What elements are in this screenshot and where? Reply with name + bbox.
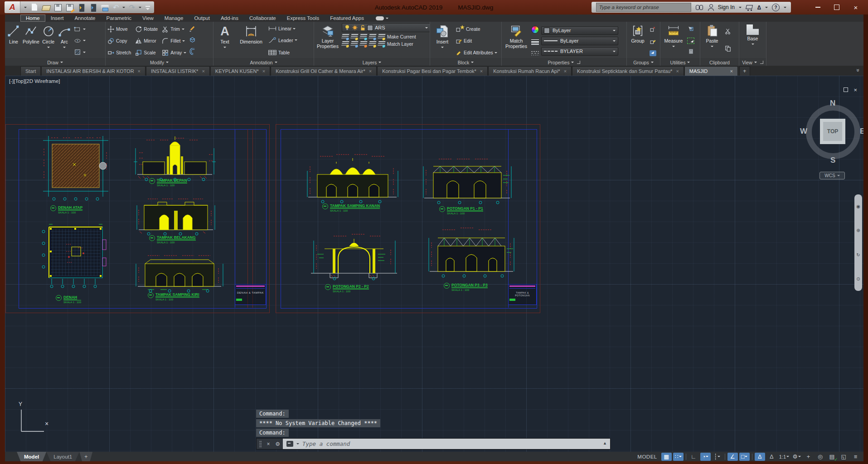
ribbon-tab-express-tools[interactable]: Express Tools	[281, 14, 325, 22]
stretch-button[interactable]: Stretch	[107, 47, 131, 58]
statusbar-workspace-switching[interactable]: ⚙	[791, 453, 802, 461]
nav-zoom-icon[interactable]: ⊙	[856, 276, 860, 281]
file-tab[interactable]: Start	[20, 66, 41, 76]
layer-unisolate-icon[interactable]	[341, 41, 349, 47]
command-customize-icon[interactable]: ⚙	[275, 441, 280, 447]
panel-label-layers[interactable]: Layers	[314, 58, 430, 66]
mirror-button[interactable]: Mirror	[135, 35, 158, 47]
table-button[interactable]: Table	[268, 49, 297, 56]
new-file-icon[interactable]	[30, 3, 39, 12]
erase-button[interactable]	[189, 25, 196, 34]
match-properties-button[interactable]: Match Properties	[504, 23, 529, 58]
scale-button[interactable]: Scale	[135, 47, 158, 58]
close-tab-icon[interactable]: ×	[676, 68, 679, 74]
sign-in-button[interactable]: Sign In	[718, 4, 735, 10]
viewcube-top-face[interactable]: TOP	[820, 119, 845, 144]
file-tab[interactable]: Konstruksi Grill Oil Cather & Menara Air…	[271, 66, 377, 76]
redo-icon[interactable]: ↷	[129, 3, 135, 12]
ribbon-tab-add-ins[interactable]: Add-ins	[215, 14, 244, 22]
layout1-tab[interactable]: Layout1	[46, 452, 79, 461]
statusbar-annotation-scale[interactable]: 1:1	[778, 453, 790, 461]
ribbon-tab-home[interactable]: Home	[20, 14, 45, 22]
text-caret-icon[interactable]	[223, 47, 226, 49]
wcs-selector[interactable]: WCS	[820, 172, 845, 179]
close-tab-icon[interactable]: ×	[369, 68, 372, 74]
customize-qat-icon[interactable]	[145, 3, 150, 12]
nav-pan-icon[interactable]: ⊕	[856, 228, 860, 233]
ribbon-tab-view[interactable]: View	[137, 14, 159, 22]
nav-wheel-icon[interactable]: ◉	[856, 204, 860, 209]
statusbar-object-snap[interactable]: □	[739, 453, 750, 461]
statusbar-object-snap-tracking[interactable]: ∠	[727, 453, 738, 461]
navigation-bar[interactable]: ◉ ⊕ ↻ ⊙	[854, 194, 862, 291]
layer-isolate-icon[interactable]	[341, 34, 349, 39]
ellipse-button[interactable]	[73, 37, 86, 44]
drawing-close-button[interactable]: ×	[853, 87, 857, 93]
close-tab-icon[interactable]: ×	[262, 68, 265, 74]
application-menu-button[interactable]: A	[5, 1, 20, 13]
lineweight-dropdown[interactable]: ByLayer	[541, 37, 618, 45]
plot-icon[interactable]	[101, 3, 109, 12]
offset-button[interactable]	[189, 48, 196, 57]
text-button[interactable]: A Text	[215, 23, 234, 58]
leader-button[interactable]: Leader	[268, 37, 297, 44]
file-tab[interactable]: Konstruksi Septicktank dan Sumur Pantau*…	[572, 66, 684, 76]
copy-clip-button[interactable]	[724, 45, 732, 53]
panel-label-groups[interactable]: Groups	[627, 58, 660, 66]
ribbon-display-toggle[interactable]	[376, 16, 388, 20]
panel-label-annotation[interactable]: Annotation	[213, 58, 314, 66]
array-button[interactable]: Array	[162, 47, 186, 58]
ribbon-tab-collaborate[interactable]: Collaborate	[244, 14, 281, 22]
ribbon-tab-insert[interactable]: Insert	[45, 14, 69, 22]
undo-icon[interactable]: ↶	[113, 3, 119, 12]
layer-properties-button[interactable]: Layer Properties	[316, 23, 339, 58]
minimize-button[interactable]	[808, 1, 827, 14]
statusbar-isometric-drafting[interactable]: ┆	[712, 453, 723, 461]
base-caret-icon[interactable]	[752, 44, 754, 46]
store-cart-icon[interactable]	[746, 4, 753, 11]
fast-select-button[interactable]	[687, 38, 694, 44]
paste-caret-icon[interactable]	[711, 46, 713, 48]
save-to-mobile-icon[interactable]	[89, 3, 97, 12]
linetype-dropdown[interactable]: BYLAYER	[541, 47, 618, 56]
move-button[interactable]: Move	[107, 24, 131, 35]
statusbar-annotation-visibility[interactable]: ∆	[755, 453, 765, 461]
statusbar-customize-plus[interactable]: +	[803, 453, 814, 461]
open-file-icon[interactable]	[42, 3, 50, 12]
viewport-controls-label[interactable]: [-][Top][2D Wireframe]	[9, 78, 60, 84]
group-edit-button[interactable]	[649, 38, 656, 46]
edit-attributes-button[interactable]: Edit Attributes	[455, 50, 497, 56]
create-block-button[interactable]: Create	[455, 26, 497, 32]
layer-dropdown[interactable]: ARS	[342, 23, 430, 32]
layer-unlock-icon-2[interactable]	[369, 41, 377, 47]
copy-button[interactable]: Copy	[107, 35, 131, 47]
layer-freeze-icon[interactable]	[350, 34, 359, 39]
file-tab[interactable]: Konstruksi Pagar Besi dan Pagar Tembok*×	[377, 66, 488, 76]
help-icon[interactable]: ?	[772, 4, 780, 11]
measure-caret-icon[interactable]	[672, 46, 675, 48]
rectangle-button[interactable]	[73, 26, 86, 33]
statusbar-annotation-autoscale[interactable]: ∆	[766, 453, 777, 461]
close-tab-icon[interactable]: ×	[564, 68, 567, 74]
file-tab[interactable]: INSTALASI AIR BERSIH & AIR KOTOR×	[41, 66, 145, 76]
arc-caret-icon[interactable]	[63, 47, 66, 49]
search-icon[interactable]	[695, 4, 703, 10]
save-icon[interactable]	[54, 3, 62, 12]
drawing-canvas[interactable]: [-][Top][2D Wireframe] × N S W E TOP WCS…	[5, 76, 863, 452]
quick-select-button[interactable]	[687, 25, 694, 34]
ungroup-button[interactable]	[649, 26, 656, 34]
open-from-mobile-icon[interactable]	[78, 3, 86, 12]
ribbon-tab-output[interactable]: Output	[189, 14, 215, 22]
save-as-icon[interactable]	[66, 3, 74, 12]
user-icon[interactable]	[708, 4, 714, 11]
command-history-up-icon[interactable]: ▲	[603, 441, 607, 445]
trim-button[interactable]: Trim	[162, 24, 186, 35]
statusbar-isolate-objects[interactable]: ◎	[815, 453, 825, 461]
panel-label-modify[interactable]: Modify	[106, 58, 213, 66]
dimension-button[interactable]: Dimension	[237, 23, 266, 58]
paste-button[interactable]: Paste	[702, 23, 722, 58]
match-layer-button[interactable]: Match Layer	[387, 41, 413, 47]
sign-in-caret-icon[interactable]	[739, 7, 742, 10]
polyline-button[interactable]: Polyline	[23, 23, 39, 58]
ribbon-tab-annotate[interactable]: Annotate	[69, 14, 101, 22]
